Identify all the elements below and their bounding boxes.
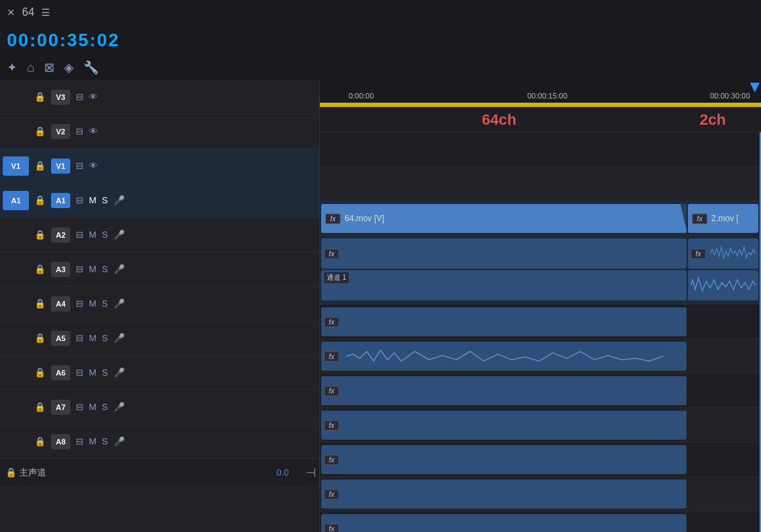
a6-clip[interactable]: fx [321,445,687,474]
a1-clip2-top[interactable]: fx [688,238,758,269]
a2-source-btn[interactable] [3,225,29,245]
a2-lock-icon[interactable]: 🔒 [34,229,45,240]
close-icon[interactable]: ✕ [7,7,15,18]
a7-m-btn[interactable]: M [86,400,99,413]
a4-expand-btn[interactable]: ⊟ [73,297,86,310]
a6-mic-btn[interactable]: 🎤 [111,366,128,379]
a1-lock-icon[interactable]: 🔒 [34,195,45,205]
a5-s-btn[interactable]: S [99,331,111,345]
a4-lock-icon[interactable]: 🔒 [34,298,45,309]
a5-expand-btn[interactable]: ⊟ [73,331,86,345]
a3-waveform [346,346,663,367]
v1-clip-2mov[interactable]: fx 2.mov [ [688,204,758,233]
v1-clip-64mov[interactable]: fx 64.mov [V] [321,204,687,233]
a3-m-btn[interactable]: M [86,263,99,276]
a1-source-btn[interactable]: A1 [3,191,29,210]
a1-expand-btn[interactable]: ⊟ [73,194,86,207]
clip-labels-row: 64ch 2ch [320,108,761,132]
a7-lock-icon[interactable]: 🔒 [34,402,45,412]
a8-lock-icon[interactable]: 🔒 [34,436,45,447]
a1-clip2-bottom[interactable] [688,270,758,300]
ruler-label-15: 00:00:15:00 [527,92,567,100]
v3-source-btn[interactable] [3,88,29,107]
a3-clip[interactable]: fx [321,342,687,371]
a1-clip-top[interactable]: fx [321,238,687,269]
a1-mic-btn[interactable]: 🎤 [111,194,128,207]
a3-expand-btn[interactable]: ⊟ [73,263,86,276]
master-label: 主声道 [19,467,46,479]
snap-tool-icon[interactable]: ⌂ [27,61,34,75]
clip-2ch-label: 2ch [671,111,754,129]
a8-m-btn[interactable]: M [86,435,99,448]
a1-s-btn[interactable]: S [99,194,111,207]
clips-area[interactable]: fx 64.mov [V] fx 2.mov [ fx 通道 1 [320,132,761,532]
menu-icon[interactable]: ☰ [41,7,50,18]
master-lock-icon[interactable]: 🔒 [6,467,17,478]
timeline-area: 0:00:00 00:00:15:00 00:00:30:00 64ch 2ch [320,80,761,532]
v1-expand-btn[interactable]: ⊟ [73,159,86,172]
track-header-a5: 🔒 A5 ⊟ M S 🎤 [0,321,319,356]
a4-mic-btn[interactable]: 🎤 [111,297,128,310]
v1-source-btn[interactable]: V1 [3,156,29,176]
a3-s-btn[interactable]: S [99,263,111,276]
a3-lock-icon[interactable]: 🔒 [34,264,45,274]
selection-tool-icon[interactable]: ✦ [7,60,17,75]
a5-lock-icon[interactable]: 🔒 [34,333,45,343]
a3-label: A3 [51,262,70,277]
a6-source-btn[interactable] [3,363,29,382]
a8-source-btn[interactable] [3,432,29,451]
a2-clip[interactable]: fx [321,307,687,336]
razor-tool-icon[interactable]: ◈ [64,60,74,75]
a2-expand-btn[interactable]: ⊟ [73,228,86,241]
a5-m-btn[interactable]: M [86,331,99,345]
toolbar: ✦ ⌂ ⊠ ◈ 🔧 [0,55,761,80]
a1-m-btn[interactable]: M [86,194,99,207]
v1-eye-btn[interactable]: 👁 [86,159,101,172]
a8-expand-btn[interactable]: ⊟ [73,435,86,448]
a5-label: A5 [51,331,70,346]
a7-expand-btn[interactable]: ⊟ [73,400,86,413]
v2-lock-icon[interactable]: 🔒 [34,126,45,136]
v1-lock-icon[interactable]: 🔒 [34,161,45,171]
a6-m-btn[interactable]: M [86,366,99,379]
a2-m-btn[interactable]: M [86,228,99,241]
v2-source-btn[interactable] [3,122,29,141]
a4-s-btn[interactable]: S [99,297,111,310]
track-header-a2: 🔒 A2 ⊟ M S 🎤 [0,218,319,252]
master-value: 0.0 [276,467,289,478]
v3-expand-btn[interactable]: ⊟ [73,90,86,103]
a5-source-btn[interactable] [3,329,29,348]
a3-source-btn[interactable] [3,260,29,279]
a2-mic-btn[interactable]: 🎤 [111,228,128,241]
a8-mic-btn[interactable]: 🎤 [111,435,128,448]
a3-mic-btn[interactable]: 🎤 [111,263,128,276]
v3-lock-icon[interactable]: 🔒 [34,92,45,102]
v3-eye-btn[interactable]: 👁 [86,90,101,103]
v1-clip-name: 64.mov [V] [345,214,384,223]
v2-eye-btn[interactable]: 👁 [86,125,101,138]
a8-clip[interactable]: fx [321,514,687,532]
a5-clip-row: fx [320,408,761,442]
track-header-a7: 🔒 A7 ⊟ M S 🎤 [0,390,319,424]
master-end-icon[interactable]: ⊣ [289,465,316,480]
a7-source-btn[interactable] [3,398,29,417]
a7-clip[interactable]: fx [321,480,687,509]
settings-tool-icon[interactable]: 🔧 [83,60,99,75]
a4-source-btn[interactable] [3,294,29,314]
a7-mic-btn[interactable]: 🎤 [111,400,128,413]
a1-clip-bottom[interactable]: 通道 1 [321,270,687,300]
top-bar: ✕ 64 ☰ [0,0,761,25]
a6-lock-icon[interactable]: 🔒 [34,367,45,378]
a6-expand-btn[interactable]: ⊟ [73,366,86,379]
a4-clip[interactable]: fx [321,376,687,405]
a6-s-btn[interactable]: S [99,366,111,379]
a8-s-btn[interactable]: S [99,435,111,448]
a5-mic-btn[interactable]: 🎤 [111,331,128,345]
a7-s-btn[interactable]: S [99,400,111,413]
a5-clip[interactable]: fx [321,411,687,440]
v2-expand-btn[interactable]: ⊟ [73,125,86,138]
a2-s-btn[interactable]: S [99,228,111,241]
a6-fx: fx [324,455,339,465]
a4-m-btn[interactable]: M [86,297,99,310]
trim-tool-icon[interactable]: ⊠ [44,60,54,75]
